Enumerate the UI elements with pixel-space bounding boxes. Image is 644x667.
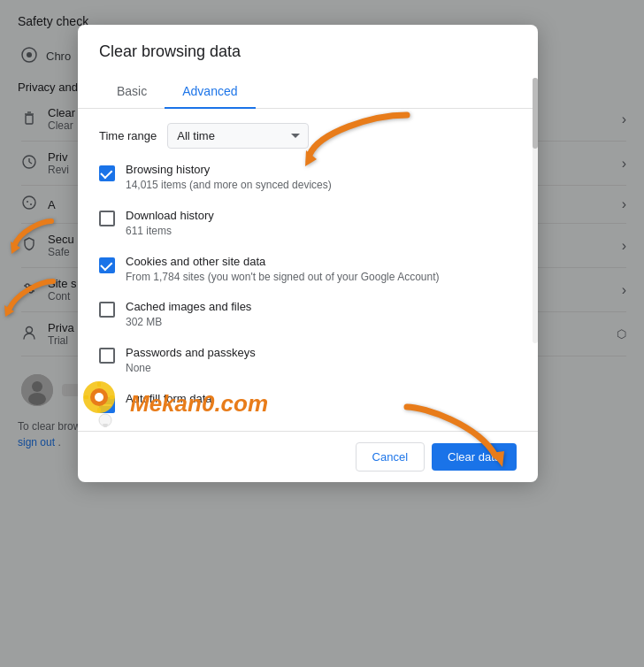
clear-browsing-data-dialog: Clear browsing data Basic Advanced Time … (78, 25, 538, 482)
autofill-label: Autofill form data (126, 392, 517, 405)
download-history-item: Download history 611 items (99, 209, 517, 239)
cookies-desc: From 1,784 sites (you won't be signed ou… (126, 270, 517, 285)
download-history-checkbox[interactable] (99, 211, 115, 226)
dialog-tabs: Basic Advanced (78, 75, 538, 109)
passwords-content: Passwords and passkeys None (126, 346, 517, 376)
download-history-label: Download history (126, 209, 517, 222)
download-history-content: Download history 611 items (126, 209, 517, 239)
autofill-checkbox[interactable] (99, 397, 115, 413)
cookies-content: Cookies and other site data From 1,784 s… (126, 255, 517, 285)
autofill-checkbox-wrapper[interactable] (99, 394, 115, 413)
browsing-history-checkbox[interactable] (99, 165, 115, 181)
time-range-select[interactable]: Last hour Last 24 hours Last 7 days Last… (167, 123, 309, 149)
cached-images-checkbox-wrapper[interactable] (99, 302, 115, 321)
download-history-desc: 611 items (126, 224, 517, 239)
download-history-checkbox-wrapper[interactable] (99, 211, 115, 230)
cached-images-item: Cached images and files 302 MB (99, 300, 517, 330)
cookies-item: Cookies and other site data From 1,784 s… (99, 255, 517, 285)
browsing-history-label: Browsing history (126, 163, 517, 176)
cached-images-content: Cached images and files 302 MB (126, 300, 517, 330)
cookies-checkbox[interactable] (99, 257, 115, 273)
scrollbar-track (533, 109, 538, 343)
cookies-label: Cookies and other site data (126, 255, 517, 268)
tab-basic[interactable]: Basic (99, 75, 165, 109)
browsing-history-item: Browsing history 14,015 items (and more … (99, 163, 517, 193)
cached-images-label: Cached images and files (126, 300, 517, 313)
cached-images-checkbox[interactable] (99, 302, 115, 318)
autofill-item: Autofill form data (99, 392, 517, 413)
time-range-row: Time range Last hour Last 24 hours Last … (99, 123, 517, 149)
time-range-label: Time range (99, 129, 157, 142)
scrollbar-thumb[interactable] (533, 109, 538, 149)
clear-data-button[interactable]: Clear data (432, 443, 517, 471)
passwords-label: Passwords and passkeys (126, 346, 517, 359)
passwords-checkbox-wrapper[interactable] (99, 348, 115, 367)
cached-images-desc: 302 MB (126, 315, 517, 330)
passwords-checkbox[interactable] (99, 348, 115, 364)
passwords-desc: None (126, 361, 517, 376)
autofill-content: Autofill form data (126, 392, 517, 405)
browsing-history-checkbox-wrapper[interactable] (99, 165, 115, 181)
browsing-history-desc: 14,015 items (and more on synced devices… (126, 178, 517, 193)
tab-advanced[interactable]: Advanced (165, 75, 255, 109)
dialog-header: Clear browsing data Basic Advanced (78, 25, 538, 109)
cancel-button[interactable]: Cancel (356, 442, 425, 472)
dialog-body: Time range Last hour Last 24 hours Last … (78, 109, 538, 431)
dialog-title: Clear browsing data (99, 42, 517, 61)
cookies-checkbox-wrapper[interactable] (99, 257, 115, 273)
dialog-footer: Cancel Clear data (78, 431, 538, 482)
passwords-item: Passwords and passkeys None (99, 346, 517, 376)
browsing-history-content: Browsing history 14,015 items (and more … (126, 163, 517, 193)
